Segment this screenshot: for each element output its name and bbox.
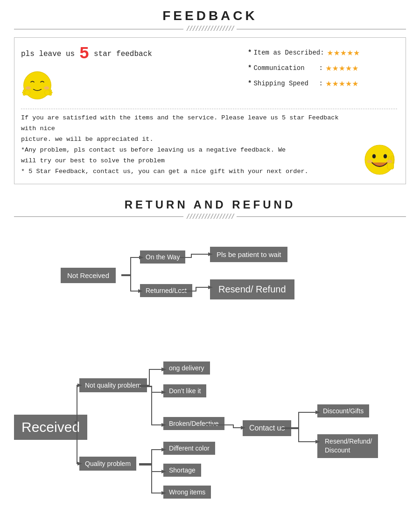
svg-marker-33 xyxy=(315,440,320,444)
asterisk-3: * xyxy=(248,80,252,87)
feedback-left-col: pls leave us 5 star feedback xyxy=(21,44,243,104)
flowchart: Not Received On the Way Pls be patient t… xyxy=(0,228,420,528)
smiley-happy-icon xyxy=(362,142,397,177)
feedback-ratings: * Item as Described : ★★★★★ * Communicat… xyxy=(248,44,397,92)
divider-line-right xyxy=(237,29,406,29)
refund-section: RETURN AND REFUND //////////////// Not R… xyxy=(0,193,420,528)
not-received-chart: Not Received On the Way Pls be patient t… xyxy=(14,233,406,335)
svg-marker-20 xyxy=(138,289,143,293)
refund-chevron-decoration: //////////////// xyxy=(183,213,237,221)
refund-title: RETURN AND REFUND xyxy=(0,193,420,213)
svg-marker-22 xyxy=(208,285,213,289)
feedback-text: If you are satisfied with the items and … xyxy=(21,113,357,177)
svg-point-10 xyxy=(49,94,52,96)
rating-row-3: * Shipping Speed : ★★★★★ xyxy=(248,77,397,90)
svg-point-9 xyxy=(50,91,53,93)
svg-marker-30 xyxy=(161,491,166,495)
rating-label-3: Shipping Speed xyxy=(253,80,319,87)
svg-point-12 xyxy=(372,154,376,158)
rating-label-1: Item as Described xyxy=(253,49,320,56)
svg-marker-31 xyxy=(241,426,245,430)
divider-line-left xyxy=(14,29,183,29)
svg-marker-26 xyxy=(161,390,166,394)
tagline-post: star feedback xyxy=(94,50,152,58)
feedback-line-1: If you are satisfied with the items and … xyxy=(21,113,357,134)
refund-divider-right xyxy=(237,216,406,217)
svg-point-5 xyxy=(23,90,26,91)
svg-point-8 xyxy=(49,90,52,91)
colon-3: : xyxy=(319,80,322,87)
asterisk-1: * xyxy=(248,49,252,56)
asterisk-2: * xyxy=(248,64,252,72)
refund-divider: //////////////// xyxy=(14,213,406,221)
svg-point-7 xyxy=(23,94,26,96)
feedback-line-5: * 5 Star Feedback, contact us, you can g… xyxy=(21,167,357,177)
svg-marker-23 xyxy=(77,383,82,387)
rating-label-2: Communication xyxy=(253,64,319,72)
feedback-bottom: If you are satisfied with the items and … xyxy=(21,113,397,177)
svg-marker-34 xyxy=(161,368,166,371)
svg-marker-19 xyxy=(139,256,144,259)
svg-point-18 xyxy=(387,160,392,163)
stars-3: ★★★★★ xyxy=(326,77,359,90)
feedback-line-4: will try our best to solve the problem xyxy=(21,156,357,167)
svg-point-2 xyxy=(44,86,49,90)
feedback-title: FEEDBACK xyxy=(0,0,420,25)
svg-point-13 xyxy=(384,154,387,158)
chevron-decoration: //////////////// xyxy=(183,25,237,33)
svg-marker-29 xyxy=(161,470,166,473)
feedback-section: FEEDBACK //////////////// pls leave us 5… xyxy=(0,0,420,184)
colon-1: : xyxy=(320,49,324,56)
svg-marker-24 xyxy=(77,462,82,465)
svg-marker-32 xyxy=(315,410,320,414)
tagline-pre: pls leave us xyxy=(21,50,75,58)
big-number: 5 xyxy=(79,44,90,63)
svg-marker-21 xyxy=(208,252,213,256)
colon-2: : xyxy=(319,64,322,72)
smiley-blushing-icon xyxy=(21,69,54,102)
dashed-divider xyxy=(21,109,397,109)
svg-marker-27 xyxy=(161,423,166,427)
feedback-top-row: pls leave us 5 star feedback xyxy=(21,44,397,104)
svg-point-17 xyxy=(367,160,373,163)
received-chart: Received Not quality problem Quality pro… xyxy=(14,345,406,522)
not-received-arrows xyxy=(14,233,406,335)
svg-point-6 xyxy=(22,91,25,93)
stars-1: ★★★★★ xyxy=(327,46,360,59)
svg-marker-28 xyxy=(161,448,166,452)
feedback-line-3: *Any problem, pls contact us before leav… xyxy=(21,145,357,156)
feedback-divider: //////////////// xyxy=(14,25,406,33)
rating-row-2: * Communication : ★★★★★ xyxy=(248,62,397,74)
refund-divider-left xyxy=(14,216,183,217)
svg-point-1 xyxy=(26,86,31,90)
feedback-tagline: pls leave us 5 star feedback xyxy=(21,44,243,63)
rating-row-1: * Item as Described : ★★★★★ xyxy=(248,46,397,59)
stars-2: ★★★★★ xyxy=(326,62,359,74)
feedback-line-2: picture. we will be appreciated it. xyxy=(21,134,357,145)
received-arrows xyxy=(14,345,406,522)
feedback-box: pls leave us 5 star feedback xyxy=(14,37,406,184)
